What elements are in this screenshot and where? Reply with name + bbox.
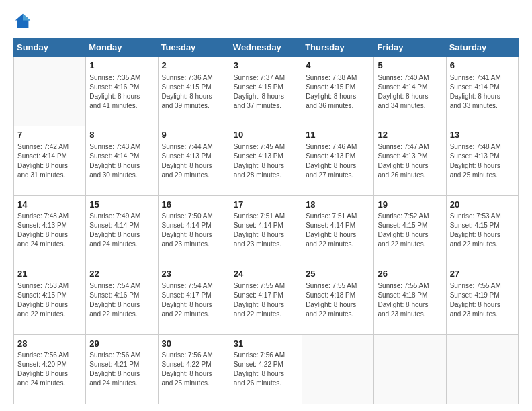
day-number: 24	[234, 268, 298, 280]
calendar-cell: 21Sunrise: 7:53 AM Sunset: 4:15 PM Dayli…	[14, 265, 86, 334]
calendar-cell: 17Sunrise: 7:51 AM Sunset: 4:14 PM Dayli…	[230, 195, 302, 265]
day-info: Sunrise: 7:55 AM Sunset: 4:18 PM Dayligh…	[378, 281, 442, 319]
day-info: Sunrise: 7:55 AM Sunset: 4:19 PM Dayligh…	[450, 281, 515, 319]
day-info: Sunrise: 7:45 AM Sunset: 4:13 PM Dayligh…	[234, 142, 298, 180]
col-header-saturday: Saturday	[446, 38, 518, 57]
calendar-cell: 11Sunrise: 7:46 AM Sunset: 4:13 PM Dayli…	[302, 126, 374, 195]
day-number: 1	[89, 60, 154, 72]
day-number: 14	[17, 199, 82, 211]
header	[13, 12, 519, 31]
day-number: 20	[450, 199, 515, 211]
day-number: 30	[162, 338, 226, 350]
day-info: Sunrise: 7:54 AM Sunset: 4:16 PM Dayligh…	[89, 281, 154, 319]
day-info: Sunrise: 7:46 AM Sunset: 4:13 PM Dayligh…	[306, 142, 370, 180]
calendar-cell: 23Sunrise: 7:54 AM Sunset: 4:17 PM Dayli…	[158, 265, 230, 334]
day-info: Sunrise: 7:50 AM Sunset: 4:14 PM Dayligh…	[162, 212, 226, 249]
calendar-cell: 29Sunrise: 7:56 AM Sunset: 4:21 PM Dayli…	[86, 334, 158, 404]
day-info: Sunrise: 7:48 AM Sunset: 4:13 PM Dayligh…	[17, 212, 82, 249]
calendar-cell: 13Sunrise: 7:48 AM Sunset: 4:13 PM Dayli…	[446, 126, 518, 195]
day-info: Sunrise: 7:47 AM Sunset: 4:13 PM Dayligh…	[378, 142, 442, 180]
calendar-cell: 30Sunrise: 7:56 AM Sunset: 4:22 PM Dayli…	[158, 334, 230, 404]
calendar-cell: 14Sunrise: 7:48 AM Sunset: 4:13 PM Dayli…	[14, 195, 86, 265]
day-number: 5	[378, 60, 442, 72]
calendar-cell: 2Sunrise: 7:36 AM Sunset: 4:15 PM Daylig…	[158, 57, 230, 126]
day-info: Sunrise: 7:48 AM Sunset: 4:13 PM Dayligh…	[450, 142, 515, 180]
calendar-cell: 18Sunrise: 7:51 AM Sunset: 4:14 PM Dayli…	[302, 195, 374, 265]
day-number: 8	[89, 129, 154, 141]
day-info: Sunrise: 7:51 AM Sunset: 4:14 PM Dayligh…	[234, 212, 298, 249]
calendar-cell: 10Sunrise: 7:45 AM Sunset: 4:13 PM Dayli…	[230, 126, 302, 195]
day-number: 4	[306, 60, 370, 72]
day-info: Sunrise: 7:53 AM Sunset: 4:15 PM Dayligh…	[450, 212, 515, 249]
calendar-week-row: 14Sunrise: 7:48 AM Sunset: 4:13 PM Dayli…	[14, 195, 519, 265]
day-info: Sunrise: 7:55 AM Sunset: 4:18 PM Dayligh…	[306, 281, 370, 319]
day-number: 2	[162, 60, 226, 72]
calendar-cell: 25Sunrise: 7:55 AM Sunset: 4:18 PM Dayli…	[302, 265, 374, 334]
col-header-tuesday: Tuesday	[158, 38, 230, 57]
col-header-monday: Monday	[86, 38, 158, 57]
calendar-cell: 8Sunrise: 7:43 AM Sunset: 4:14 PM Daylig…	[86, 126, 158, 195]
day-number: 16	[162, 199, 226, 211]
day-info: Sunrise: 7:54 AM Sunset: 4:17 PM Dayligh…	[162, 281, 226, 319]
calendar-cell: 24Sunrise: 7:55 AM Sunset: 4:17 PM Dayli…	[230, 265, 302, 334]
day-info: Sunrise: 7:52 AM Sunset: 4:15 PM Dayligh…	[378, 212, 442, 249]
day-info: Sunrise: 7:49 AM Sunset: 4:14 PM Dayligh…	[89, 212, 154, 249]
day-number: 11	[306, 129, 370, 141]
calendar-cell: 31Sunrise: 7:56 AM Sunset: 4:22 PM Dayli…	[230, 334, 302, 404]
day-info: Sunrise: 7:51 AM Sunset: 4:14 PM Dayligh…	[306, 212, 370, 249]
day-info: Sunrise: 7:42 AM Sunset: 4:14 PM Dayligh…	[17, 142, 82, 180]
day-number: 9	[162, 129, 226, 141]
day-number: 25	[306, 268, 370, 280]
calendar-week-row: 21Sunrise: 7:53 AM Sunset: 4:15 PM Dayli…	[14, 265, 519, 334]
day-number: 29	[89, 338, 154, 350]
day-number: 22	[89, 268, 154, 280]
calendar-cell: 28Sunrise: 7:56 AM Sunset: 4:20 PM Dayli…	[14, 334, 86, 404]
day-info: Sunrise: 7:56 AM Sunset: 4:20 PM Dayligh…	[17, 351, 82, 388]
calendar-cell: 16Sunrise: 7:50 AM Sunset: 4:14 PM Dayli…	[158, 195, 230, 265]
day-number: 19	[378, 199, 442, 211]
calendar-cell: 27Sunrise: 7:55 AM Sunset: 4:19 PM Dayli…	[446, 265, 518, 334]
calendar-cell: 12Sunrise: 7:47 AM Sunset: 4:13 PM Dayli…	[374, 126, 446, 195]
day-info: Sunrise: 7:44 AM Sunset: 4:13 PM Dayligh…	[162, 142, 226, 180]
calendar-week-row: 7Sunrise: 7:42 AM Sunset: 4:14 PM Daylig…	[14, 126, 519, 195]
logo	[13, 12, 34, 31]
svg-marker-1	[23, 14, 30, 21]
calendar-table: SundayMondayTuesdayWednesdayThursdayFrid…	[13, 38, 519, 404]
calendar-cell: 22Sunrise: 7:54 AM Sunset: 4:16 PM Dayli…	[86, 265, 158, 334]
calendar-cell: 1Sunrise: 7:35 AM Sunset: 4:16 PM Daylig…	[86, 57, 158, 126]
calendar-cell: 9Sunrise: 7:44 AM Sunset: 4:13 PM Daylig…	[158, 126, 230, 195]
calendar-cell	[446, 334, 518, 404]
day-info: Sunrise: 7:36 AM Sunset: 4:15 PM Dayligh…	[162, 73, 226, 111]
day-info: Sunrise: 7:56 AM Sunset: 4:21 PM Dayligh…	[89, 351, 154, 388]
day-info: Sunrise: 7:56 AM Sunset: 4:22 PM Dayligh…	[162, 351, 226, 388]
day-info: Sunrise: 7:37 AM Sunset: 4:15 PM Dayligh…	[234, 73, 298, 111]
day-number: 3	[234, 60, 298, 72]
day-info: Sunrise: 7:41 AM Sunset: 4:14 PM Dayligh…	[450, 73, 515, 111]
day-info: Sunrise: 7:38 AM Sunset: 4:15 PM Dayligh…	[306, 73, 370, 111]
day-number: 13	[450, 129, 515, 141]
calendar-week-row: 1Sunrise: 7:35 AM Sunset: 4:16 PM Daylig…	[14, 57, 519, 126]
col-header-friday: Friday	[374, 38, 446, 57]
day-info: Sunrise: 7:40 AM Sunset: 4:14 PM Dayligh…	[378, 73, 442, 111]
day-number: 7	[17, 129, 82, 141]
day-number: 12	[378, 129, 442, 141]
day-number: 26	[378, 268, 442, 280]
day-info: Sunrise: 7:56 AM Sunset: 4:22 PM Dayligh…	[234, 351, 298, 388]
calendar-cell: 20Sunrise: 7:53 AM Sunset: 4:15 PM Dayli…	[446, 195, 518, 265]
day-info: Sunrise: 7:53 AM Sunset: 4:15 PM Dayligh…	[17, 281, 82, 319]
day-number: 17	[234, 199, 298, 211]
logo-icon	[13, 12, 32, 31]
col-header-wednesday: Wednesday	[230, 38, 302, 57]
page: SundayMondayTuesdayWednesdayThursdayFrid…	[0, 0, 532, 411]
col-header-sunday: Sunday	[14, 38, 86, 57]
day-number: 31	[234, 338, 298, 350]
col-header-thursday: Thursday	[302, 38, 374, 57]
calendar-cell: 7Sunrise: 7:42 AM Sunset: 4:14 PM Daylig…	[14, 126, 86, 195]
calendar-cell: 19Sunrise: 7:52 AM Sunset: 4:15 PM Dayli…	[374, 195, 446, 265]
calendar-cell: 6Sunrise: 7:41 AM Sunset: 4:14 PM Daylig…	[446, 57, 518, 126]
day-info: Sunrise: 7:55 AM Sunset: 4:17 PM Dayligh…	[234, 281, 298, 319]
day-number: 23	[162, 268, 226, 280]
calendar-cell: 4Sunrise: 7:38 AM Sunset: 4:15 PM Daylig…	[302, 57, 374, 126]
day-number: 28	[17, 338, 82, 350]
day-number: 15	[89, 199, 154, 211]
